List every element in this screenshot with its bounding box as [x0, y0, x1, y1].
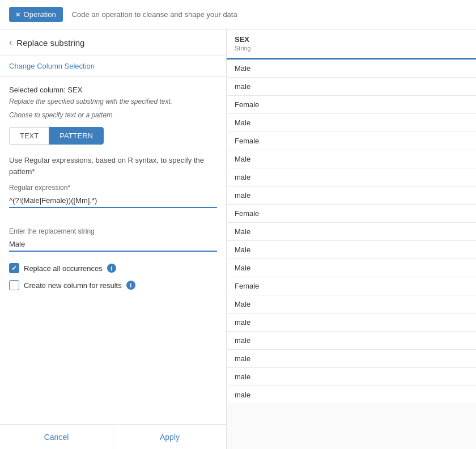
apply-button[interactable]: Apply — [113, 425, 226, 449]
top-bar: × Operation Code an operation to cleanse… — [0, 0, 476, 29]
pattern-info-text: Use Regular expressions, based on R synt… — [9, 155, 217, 177]
regex-input[interactable] — [9, 194, 217, 208]
cancel-button[interactable]: Cancel — [0, 425, 113, 449]
panel-footer: Cancel Apply — [0, 424, 226, 449]
panel-header: ‹ Replace substring — [0, 29, 226, 56]
right-panel: SEX String MalemaleFemaleMaleFemaleMalem… — [227, 29, 476, 449]
column-type: String — [235, 45, 251, 52]
replace-all-checkbox[interactable] — [9, 263, 19, 273]
info-section: Use Regular expressions, based on R synt… — [9, 155, 217, 217]
tab-pattern[interactable]: PATTERN — [49, 127, 104, 145]
replacement-input[interactable] — [9, 238, 217, 252]
table-row: Female — [227, 132, 476, 150]
left-panel: ‹ Replace substring Change Column Select… — [0, 29, 227, 449]
replacement-label: Enter the replacement string — [9, 227, 217, 235]
table-row: Male — [227, 150, 476, 168]
regex-label: Regular expression* — [9, 184, 217, 192]
topbar-description: Code an operation to cleanse and shape y… — [72, 10, 237, 19]
main-container: ‹ Replace substring Change Column Select… — [0, 29, 476, 449]
new-col-row: Create new column for results i — [9, 280, 217, 290]
change-column-link[interactable]: Change Column Selection — [0, 56, 226, 77]
replace-all-info-icon[interactable]: i — [107, 264, 116, 273]
table-row: Female — [227, 205, 476, 223]
table-row: Male — [227, 223, 476, 241]
table-row: male — [227, 350, 476, 368]
replacement-section: Enter the replacement string — [9, 227, 217, 263]
replace-all-label: Replace all occurrences — [24, 264, 103, 273]
new-col-checkbox[interactable] — [9, 280, 19, 290]
tab-text[interactable]: TEXT — [9, 127, 49, 145]
table-row: Male — [227, 259, 476, 277]
close-icon[interactable]: × — [16, 10, 20, 19]
table-row: Female — [227, 96, 476, 114]
tab-group: TEXT PATTERN — [9, 127, 217, 145]
column-header: SEX String — [227, 29, 476, 59]
selected-column: Selected column: SEX — [9, 86, 217, 94]
new-col-label: Create new column for results — [24, 281, 122, 290]
table-row: male — [227, 386, 476, 404]
table-row: Male — [227, 114, 476, 132]
panel-content: Selected column: SEX Replace the specifi… — [0, 77, 226, 424]
replace-all-row: Replace all occurrences i — [9, 263, 217, 273]
table-row: male — [227, 332, 476, 350]
table-row: male — [227, 314, 476, 332]
back-arrow-icon[interactable]: ‹ — [9, 37, 12, 48]
panel-title: Replace substring — [16, 38, 84, 48]
choose-text: Choose to specify text or a pattern — [9, 111, 217, 119]
column-name: SEX — [235, 35, 249, 44]
table-row: Male — [227, 59, 476, 78]
table-row: Male — [227, 241, 476, 259]
operation-label: Operation — [24, 10, 56, 19]
operation-tag[interactable]: × Operation — [9, 7, 63, 22]
table-row: male — [227, 168, 476, 187]
table-row: male — [227, 368, 476, 386]
new-col-info-icon[interactable]: i — [126, 281, 135, 290]
data-table: SEX String MalemaleFemaleMaleFemaleMalem… — [227, 29, 476, 404]
table-row: male — [227, 78, 476, 96]
table-row: Male — [227, 295, 476, 314]
operation-description: Replace the specified substring with the… — [9, 98, 217, 105]
table-row: male — [227, 187, 476, 205]
table-row: Female — [227, 277, 476, 295]
